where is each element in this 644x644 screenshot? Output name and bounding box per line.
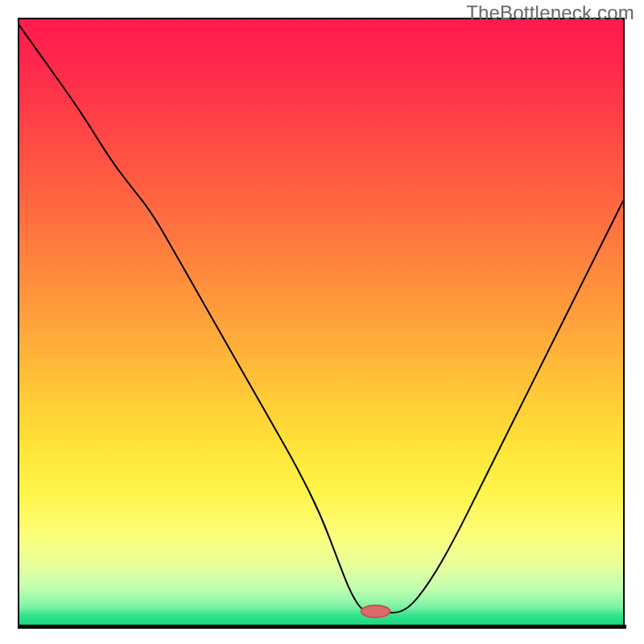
x-axis-line <box>18 625 626 629</box>
optimal-point-marker <box>361 605 390 617</box>
watermark-text: TheBottleneck.com <box>466 2 634 24</box>
plot-area <box>18 18 625 625</box>
gradient-fill <box>19 19 623 625</box>
chart-frame: TheBottleneck.com <box>0 0 644 644</box>
plot-svg <box>19 19 623 625</box>
